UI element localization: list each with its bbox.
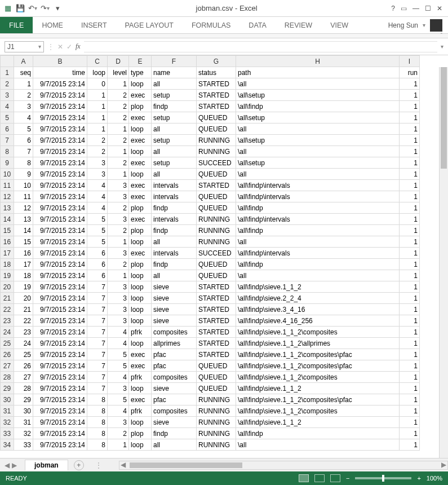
cell[interactable]: 14 xyxy=(14,225,33,236)
ribbon-collapse-icon[interactable]: ˆ xyxy=(441,33,442,39)
cell[interactable]: 2 xyxy=(108,428,129,439)
cell[interactable]: 1 xyxy=(400,439,420,451)
cell[interactable]: QUEUED xyxy=(197,383,236,394)
cell[interactable]: sieve xyxy=(152,383,197,394)
cell[interactable]: exec xyxy=(129,394,152,405)
cell[interactable]: QUEUED xyxy=(197,112,236,124)
cell[interactable]: 3 xyxy=(108,191,129,202)
cell[interactable]: loop xyxy=(129,270,152,281)
cell[interactable]: 2 xyxy=(108,135,129,146)
cell[interactable]: 2 xyxy=(108,112,129,124)
cell[interactable]: 1 xyxy=(400,349,420,360)
cell[interactable]: pfrk xyxy=(129,327,152,338)
cell[interactable]: STARTED xyxy=(197,293,236,304)
table-row[interactable]: 329/7/2015 23:1412execsetupSTARTED\all\s… xyxy=(1,90,420,101)
cell[interactable]: 3 xyxy=(108,281,129,293)
cell[interactable]: STARTED xyxy=(197,338,236,349)
zoom-out-button[interactable]: − xyxy=(346,475,349,482)
cell[interactable]: \all\findp\sieve.1_1_2\composites xyxy=(236,405,400,417)
cell[interactable]: 1 xyxy=(87,112,108,124)
cell[interactable]: 6 xyxy=(87,270,108,281)
cell[interactable]: 9/7/2015 23:14 xyxy=(33,157,87,169)
cell[interactable]: 9/7/2015 23:14 xyxy=(33,349,87,360)
cell[interactable]: \all\findp\intervals xyxy=(236,180,400,191)
cell[interactable]: 7 xyxy=(14,146,33,157)
table-row[interactable]: 14139/7/2015 23:1453execintervalsRUNNING… xyxy=(1,214,420,225)
cell[interactable]: exec xyxy=(129,360,152,372)
cell[interactable]: 31 xyxy=(14,417,33,428)
cell[interactable]: loop xyxy=(129,439,152,451)
table-row[interactable]: 20199/7/2015 23:1473loopsieveSTARTED\all… xyxy=(1,281,420,293)
row-header-19[interactable]: 19 xyxy=(1,270,14,281)
cell[interactable]: loop xyxy=(129,78,152,90)
cell[interactable]: loop xyxy=(129,338,152,349)
cell[interactable]: 5 xyxy=(108,394,129,405)
cell[interactable]: 4 xyxy=(87,180,108,191)
cell[interactable]: 9/7/2015 23:14 xyxy=(33,248,87,259)
cell[interactable]: 2 xyxy=(108,259,129,270)
cell[interactable]: 5 xyxy=(87,236,108,248)
cell[interactable]: 1 xyxy=(108,124,129,135)
cell[interactable]: 8 xyxy=(87,428,108,439)
cell[interactable]: 25 xyxy=(14,349,33,360)
cell[interactable]: 29 xyxy=(14,394,33,405)
cell[interactable]: composites xyxy=(152,372,197,383)
cell[interactable]: loop xyxy=(129,383,152,394)
cell[interactable]: \all\findp xyxy=(236,428,400,439)
cell[interactable]: 0 xyxy=(87,78,108,90)
cell[interactable]: 3 xyxy=(108,248,129,259)
cell[interactable]: \all\setup xyxy=(236,90,400,101)
row-header-12[interactable]: 12 xyxy=(1,191,14,202)
cell[interactable]: 9/7/2015 23:14 xyxy=(33,112,87,124)
cell[interactable]: intervals xyxy=(152,214,197,225)
cell[interactable]: 1 xyxy=(400,225,420,236)
save-icon[interactable]: 💾 xyxy=(16,4,25,13)
cell[interactable]: 9/7/2015 23:14 xyxy=(33,327,87,338)
cell[interactable]: findp xyxy=(152,259,197,270)
cell[interactable]: 18 xyxy=(14,270,33,281)
restore-icon[interactable]: ☐ xyxy=(425,5,431,12)
cell[interactable]: loop xyxy=(129,417,152,428)
cell[interactable]: \all xyxy=(236,124,400,135)
cell[interactable]: 2 xyxy=(108,101,129,112)
cell[interactable]: loop xyxy=(129,293,152,304)
table-row[interactable]: 12119/7/2015 23:1443execintervalsQUEUED\… xyxy=(1,191,420,202)
cell[interactable]: sieve xyxy=(152,315,197,327)
cell[interactable]: RUNNING xyxy=(197,214,236,225)
row-header-32[interactable]: 32 xyxy=(1,417,14,428)
cell[interactable]: 7 xyxy=(87,338,108,349)
cell[interactable]: 4 xyxy=(108,405,129,417)
horizontal-scrollbar[interactable]: ◀ ▶ xyxy=(119,461,448,470)
cell[interactable]: 9/7/2015 23:14 xyxy=(33,394,87,405)
cell[interactable]: 9/7/2015 23:14 xyxy=(33,304,87,315)
cell[interactable]: findp xyxy=(152,101,197,112)
cell[interactable]: all xyxy=(152,146,197,157)
ribbon-tab-review[interactable]: REVIEW xyxy=(276,17,321,33)
table-row[interactable]: 11109/7/2015 23:1443execintervalsSTARTED… xyxy=(1,180,420,191)
row-header-4[interactable]: 4 xyxy=(1,101,14,112)
table-row[interactable]: 27269/7/2015 23:1475execpfacQUEUED\all\f… xyxy=(1,360,420,372)
row-header-8[interactable]: 8 xyxy=(1,146,14,157)
table-row[interactable]: 19189/7/2015 23:1461loopallQUEUED\all1 xyxy=(1,270,420,281)
cell[interactable]: loop xyxy=(129,124,152,135)
header-cell-run[interactable]: run xyxy=(400,67,420,78)
ribbon-tab-page-layout[interactable]: PAGE LAYOUT xyxy=(116,17,183,33)
cell[interactable]: 1 xyxy=(400,146,420,157)
zoom-level[interactable]: 100% xyxy=(427,475,442,482)
cell[interactable]: 1 xyxy=(400,315,420,327)
cell[interactable]: 9/7/2015 23:14 xyxy=(33,360,87,372)
cell[interactable]: exec xyxy=(129,214,152,225)
header-cell-name[interactable]: name xyxy=(152,67,197,78)
sheet-tab-active[interactable]: jobman xyxy=(25,460,68,470)
cell[interactable]: 15 xyxy=(14,236,33,248)
row-header-33[interactable]: 33 xyxy=(1,428,14,439)
cell[interactable]: \all\setup xyxy=(236,135,400,146)
cell[interactable]: 9/7/2015 23:14 xyxy=(33,236,87,248)
cell[interactable]: 9/7/2015 23:14 xyxy=(33,372,87,383)
cell[interactable]: 9/7/2015 23:14 xyxy=(33,180,87,191)
cell[interactable]: 17 xyxy=(14,259,33,270)
row-header-15[interactable]: 15 xyxy=(1,225,14,236)
cell[interactable]: exec xyxy=(129,180,152,191)
cell[interactable]: 1 xyxy=(400,202,420,214)
help-icon[interactable]: ? xyxy=(391,5,395,12)
